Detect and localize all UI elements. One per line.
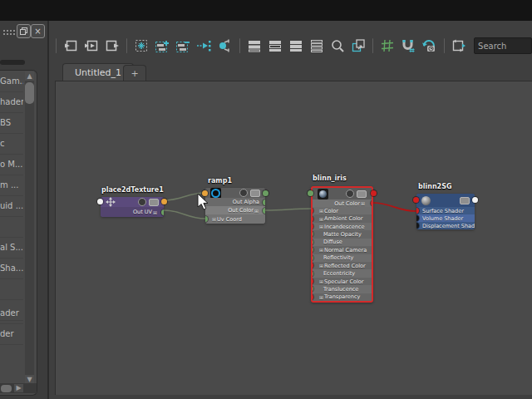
node-ramp1[interactable]: Out Alpha Out Color⊞ ⊞Uv Coord <box>205 188 265 224</box>
row-eccentricity[interactable]: Eccentricity <box>313 269 372 277</box>
normal-camera-port[interactable] <box>313 247 313 253</box>
node-graph-canvas[interactable]: place2dTexture1 Out UV⊞ ramp1 <box>55 81 532 395</box>
display-mode-toggle-icon[interactable] <box>357 190 367 198</box>
row-ambient-color[interactable]: ⊞Ambient Color <box>313 214 372 222</box>
reflectivity-port[interactable] <box>313 255 313 261</box>
frame-selection-icon[interactable] <box>351 37 366 54</box>
out-uv-port[interactable] <box>161 209 164 215</box>
display-full-mode-icon[interactable] <box>288 37 303 54</box>
displacement-shader-port[interactable] <box>416 223 419 229</box>
graph-input-connections-icon[interactable] <box>63 37 78 54</box>
output-port[interactable] <box>161 199 167 204</box>
output-port[interactable] <box>263 190 268 196</box>
input-port[interactable] <box>413 197 419 203</box>
hscrollbar-thumb[interactable] <box>1 385 12 392</box>
scroll-right-button[interactable]: ▶ <box>14 384 23 392</box>
row-out-uv[interactable]: Out UV⊞ <box>101 207 164 217</box>
matte-opacity-port[interactable] <box>313 231 313 237</box>
incandescence-port[interactable] <box>313 224 313 229</box>
list-item[interactable]: ader <box>0 303 23 324</box>
list-item[interactable]: o M... <box>0 155 23 175</box>
panel-splitter[interactable] <box>47 21 49 399</box>
float-panel-button[interactable] <box>17 24 31 38</box>
list-item[interactable]: uid ... <box>0 196 23 217</box>
reflected-color-port[interactable] <box>313 263 313 268</box>
surface-shader-port[interactable] <box>416 208 419 214</box>
output-port[interactable] <box>472 197 478 203</box>
out-color-port[interactable] <box>263 208 265 214</box>
list-item[interactable] <box>0 217 23 238</box>
restore-bookmark-icon[interactable] <box>421 37 436 54</box>
vertical-scrollbar[interactable]: ▲ ▼ <box>25 71 34 384</box>
panel-drag-grip-icon[interactable] <box>3 30 5 32</box>
wire-outcolor-to-color[interactable] <box>265 209 311 210</box>
add-nodes-to-graph-icon[interactable] <box>155 37 170 54</box>
show-connections-icon[interactable] <box>217 37 232 54</box>
ambient-color-port[interactable] <box>313 216 313 222</box>
display-mode-toggle-icon[interactable] <box>460 197 470 204</box>
transparency-port[interactable] <box>313 294 313 300</box>
row-transparency[interactable]: ⊞Transparency <box>313 293 372 301</box>
row-reflectivity[interactable]: Reflectivity <box>313 254 372 262</box>
remove-nodes-from-graph-icon[interactable] <box>175 37 190 54</box>
translucence-port[interactable] <box>313 286 313 292</box>
uv-coord-port[interactable] <box>205 216 208 222</box>
wire-outcolor-to-surfaceshader[interactable] <box>373 203 416 211</box>
list-item[interactable] <box>0 279 23 300</box>
row-specular-color[interactable]: ⊞Specular Color <box>313 278 372 285</box>
list-item[interactable]: der <box>0 324 23 345</box>
output-port[interactable] <box>371 190 377 196</box>
blinn-swatch-icon[interactable] <box>318 189 328 200</box>
row-normal-camera[interactable]: ⊞Normal Camera <box>313 246 372 254</box>
list-item[interactable]: m ... <box>0 175 23 196</box>
display-simple-mode-icon[interactable] <box>247 37 262 54</box>
scrollbar-thumb[interactable] <box>25 82 34 104</box>
graph-input-output-connections-icon[interactable] <box>84 37 99 54</box>
list-item[interactable]: Gam... <box>0 71 23 92</box>
row-diffuse[interactable]: Diffuse <box>313 239 372 246</box>
row-uv-coord[interactable]: ⊞Uv Coord <box>205 214 265 224</box>
add-selected-nodes-icon[interactable] <box>134 37 149 54</box>
row-out-color[interactable]: Out Color⊞ <box>313 200 372 207</box>
scroll-up-button[interactable]: ▲ <box>25 71 34 81</box>
color-port[interactable] <box>313 208 313 214</box>
row-matte-opacity[interactable]: Matte Opacity <box>313 230 372 238</box>
update-graph-layout-icon[interactable] <box>451 37 466 54</box>
search-input[interactable] <box>474 37 532 54</box>
graph-output-connections-icon[interactable] <box>105 37 120 54</box>
node-blinn-iris[interactable]: Out Color⊞ ⊞Color ⊞Ambient Color ⊞Incand… <box>311 186 373 303</box>
row-out-color[interactable]: Out Color⊞ <box>205 206 265 214</box>
display-custom-mode-icon[interactable] <box>309 37 324 54</box>
row-color[interactable]: ⊞Color <box>313 207 372 214</box>
list-item[interactable]: Sha... <box>0 259 23 279</box>
ramp-swatch-icon[interactable] <box>210 188 221 199</box>
input-port[interactable] <box>308 190 313 196</box>
close-panel-button[interactable]: × <box>31 24 45 38</box>
swatch-toggle-icon[interactable] <box>346 190 354 198</box>
show-input-connections-icon[interactable] <box>196 37 211 54</box>
frame-all-icon[interactable] <box>330 37 345 54</box>
input-port[interactable] <box>97 199 103 204</box>
node-header[interactable] <box>101 197 164 207</box>
out-alpha-port[interactable] <box>263 200 265 205</box>
list-item[interactable]: al S... <box>0 238 23 259</box>
new-tab-button[interactable]: + <box>123 65 146 81</box>
out-color-port[interactable] <box>371 200 372 206</box>
list-item[interactable]: hader <box>0 92 23 113</box>
node-place2dtexture1[interactable]: Out UV⊞ <box>101 197 164 217</box>
row-translucence[interactable]: Translucence <box>313 285 372 293</box>
row-incandescence[interactable]: ⊞Incandescence <box>313 223 372 230</box>
row-volume-shader[interactable]: Volume Shader <box>416 214 475 222</box>
list-item[interactable]: BS <box>0 113 23 134</box>
shading-group-icon[interactable] <box>421 196 431 205</box>
node-header[interactable] <box>313 188 372 200</box>
node-blinn2sg[interactable]: Surface Shader Volume Shader Displacemen… <box>416 194 475 229</box>
specular-color-port[interactable] <box>313 278 313 284</box>
swatch-toggle-icon[interactable] <box>239 189 248 197</box>
row-out-alpha[interactable]: Out Alpha <box>205 198 265 206</box>
row-surface-shader[interactable]: Surface Shader <box>416 207 475 214</box>
eccentricity-port[interactable] <box>313 271 313 277</box>
row-displacement-shader[interactable]: Displacement Shader <box>416 222 475 229</box>
display-mode-toggle-icon[interactable] <box>149 199 159 206</box>
list-item[interactable]: c <box>0 134 23 155</box>
